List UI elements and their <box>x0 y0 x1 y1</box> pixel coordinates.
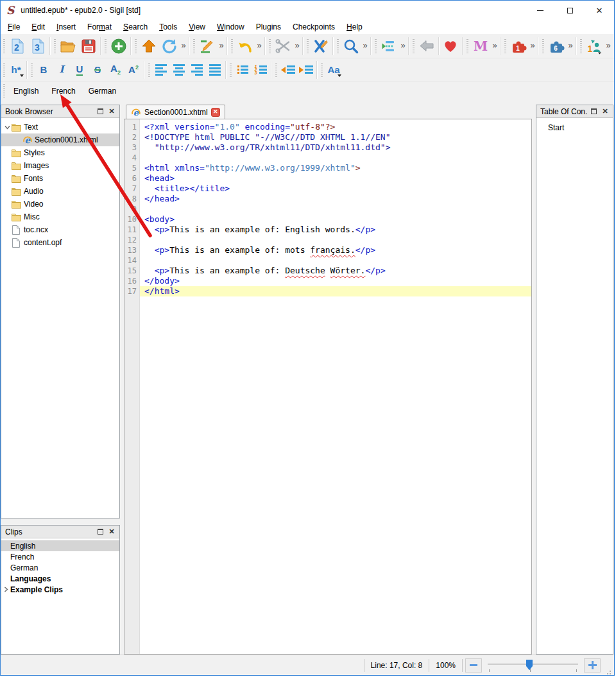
clip-item-languages[interactable]: Languages <box>1 573 119 584</box>
toolbar-drag-handle[interactable] <box>231 39 233 53</box>
close-panel-button[interactable]: ✕ <box>600 107 610 116</box>
outdent-button[interactable] <box>279 61 297 79</box>
toolbar-drag-handle[interactable] <box>466 39 468 53</box>
insert-file-button[interactable] <box>139 36 159 56</box>
donate-button[interactable] <box>440 36 461 56</box>
tree-item-video[interactable]: Video <box>1 198 119 210</box>
code-line-4[interactable]: 4 <box>124 153 531 163</box>
menu-edit[interactable]: Edit <box>26 21 51 33</box>
align-left-button[interactable] <box>152 61 170 79</box>
code-line-11[interactable]: 11 <p>This is an example of: English wor… <box>124 225 531 235</box>
clip-item-english[interactable]: English <box>1 540 119 551</box>
align-center-button[interactable] <box>170 61 188 79</box>
undo-button[interactable] <box>235 36 255 56</box>
menu-format[interactable]: Format <box>81 21 117 33</box>
new-epub3-button[interactable]: 3 <box>28 36 48 56</box>
toolbar-drag-handle[interactable] <box>54 39 56 53</box>
close-button[interactable]: ✕ <box>585 1 614 20</box>
tree-item-images[interactable]: Images <box>1 159 119 172</box>
clip-button-french[interactable]: French <box>45 84 81 98</box>
menu-insert[interactable]: Insert <box>51 21 81 33</box>
code-line-1[interactable]: 1<?xml version="1.0" encoding="utf-8"?> <box>124 122 531 132</box>
code-line-3[interactable]: 3 "http://www.w3.org/TR/xhtml11/DTD/xhtm… <box>124 142 531 153</box>
clip-item-example-clips[interactable]: Example Clips <box>1 584 119 595</box>
clip-item-german[interactable]: German <box>1 562 119 573</box>
numbered-list-button[interactable]: 123 <box>252 61 270 79</box>
tree-item-fonts[interactable]: Fonts <box>1 172 119 185</box>
menu-window[interactable]: Window <box>211 21 250 33</box>
menu-search[interactable]: Search <box>117 21 153 33</box>
add-existing-files-button[interactable] <box>108 36 129 56</box>
toc-item-start[interactable]: Start <box>536 122 613 133</box>
toolbar-drag-handle[interactable] <box>307 39 309 53</box>
code-line-10[interactable]: 10<body> <box>124 214 531 225</box>
code-line-8[interactable]: 8</head> <box>124 194 531 204</box>
bold-button[interactable]: B <box>35 61 53 79</box>
heading-button[interactable]: h* <box>7 61 25 79</box>
toolbar-drag-handle[interactable] <box>375 39 377 53</box>
toolbar-drag-handle[interactable] <box>321 63 323 77</box>
chevron-right-icon[interactable] <box>1 587 10 592</box>
code-line-2[interactable]: 2<!DOCTYPE html PUBLIC "-//W3C//DTD XHTM… <box>124 132 531 142</box>
clip-button-english[interactable]: English <box>7 84 45 98</box>
menu-tools[interactable]: Tools <box>153 21 183 33</box>
indent-button[interactable] <box>297 61 315 79</box>
code-line-5[interactable]: 5<html xmlns="http://www.w3.org/1999/xht… <box>124 163 531 173</box>
toolbar-drag-handle[interactable] <box>3 84 5 98</box>
float-panel-button[interactable] <box>588 107 599 116</box>
toolbar-drag-handle[interactable] <box>230 63 232 77</box>
plugin-6-button[interactable]: 6 <box>546 36 567 56</box>
superscript-button[interactable]: A2 <box>124 61 142 79</box>
tree-item-text[interactable]: Text <box>1 121 119 133</box>
strikethrough-button[interactable]: S <box>89 61 107 79</box>
tree-item-misc[interactable]: Misc <box>1 210 119 223</box>
tree-item-audio[interactable]: Audio <box>1 185 119 198</box>
tab-section0001[interactable]: e Section0001.xhtml ✕ <box>126 105 225 119</box>
plugin-m-button[interactable]: M <box>470 36 491 56</box>
menu-view[interactable]: View <box>183 21 211 33</box>
code-line-7[interactable]: 7 <title></title> <box>124 184 531 194</box>
toolbar-overflow-button[interactable]: » <box>399 41 407 51</box>
code-line-17[interactable]: 17</html> <box>124 286 531 296</box>
toolbar-overflow-button[interactable]: » <box>491 41 499 51</box>
float-panel-button[interactable] <box>95 107 105 116</box>
plugin-1-button[interactable]: 1 <box>508 36 529 56</box>
toolbar-drag-handle[interactable] <box>337 39 339 53</box>
open-button[interactable] <box>58 36 78 56</box>
tree-item-toc-ncx[interactable]: toc.ncx <box>1 223 119 236</box>
toolbar-drag-handle[interactable] <box>3 39 5 53</box>
menu-file[interactable]: File <box>2 21 26 33</box>
new-epub2-button[interactable]: 2 <box>7 36 28 56</box>
toolbar-drag-handle[interactable] <box>542 39 544 53</box>
minimize-button[interactable] <box>526 1 555 20</box>
code-line-6[interactable]: 6<head> <box>124 173 531 184</box>
code-editor[interactable]: 1<?xml version="1.0" encoding="utf-8"?>2… <box>124 119 532 655</box>
tree-item-content-opf[interactable]: content.opf <box>1 236 119 249</box>
code-line-13[interactable]: 13 <p>This is an example of: mots frança… <box>124 245 531 255</box>
code-line-15[interactable]: 15 <p>This is an example of: Deutsche Wö… <box>124 266 531 276</box>
align-right-button[interactable] <box>188 61 206 79</box>
clip-item-french[interactable]: French <box>1 551 119 562</box>
toolbar-overflow-button[interactable]: » <box>180 41 187 51</box>
cut-button[interactable] <box>273 36 293 56</box>
menu-help[interactable]: Help <box>341 21 368 33</box>
toolbar-overflow-button[interactable]: » <box>255 41 263 51</box>
toolbar-drag-handle[interactable] <box>105 39 107 53</box>
toolbar-drag-handle[interactable] <box>275 63 277 77</box>
clip-button-german[interactable]: German <box>82 84 123 98</box>
align-justify-button[interactable] <box>206 61 224 79</box>
chevron-down-icon[interactable] <box>3 124 12 130</box>
find-button[interactable] <box>341 36 361 56</box>
well-formed-check-button[interactable] <box>311 36 331 56</box>
slider-handle[interactable] <box>526 660 533 671</box>
resize-grip[interactable] <box>604 667 612 675</box>
casing-button[interactable]: Aa <box>325 61 343 79</box>
code-line-9[interactable]: 9 <box>124 204 531 214</box>
checkpoints-button[interactable]: 1 <box>584 36 604 56</box>
toolbar-overflow-button[interactable]: » <box>567 41 574 51</box>
mark-selection-button[interactable] <box>197 36 218 56</box>
bulleted-list-button[interactable] <box>234 61 252 79</box>
code-line-12[interactable]: 12 <box>124 235 531 245</box>
toolbar-drag-handle[interactable] <box>504 39 506 53</box>
tab-close-button[interactable]: ✕ <box>211 108 220 117</box>
